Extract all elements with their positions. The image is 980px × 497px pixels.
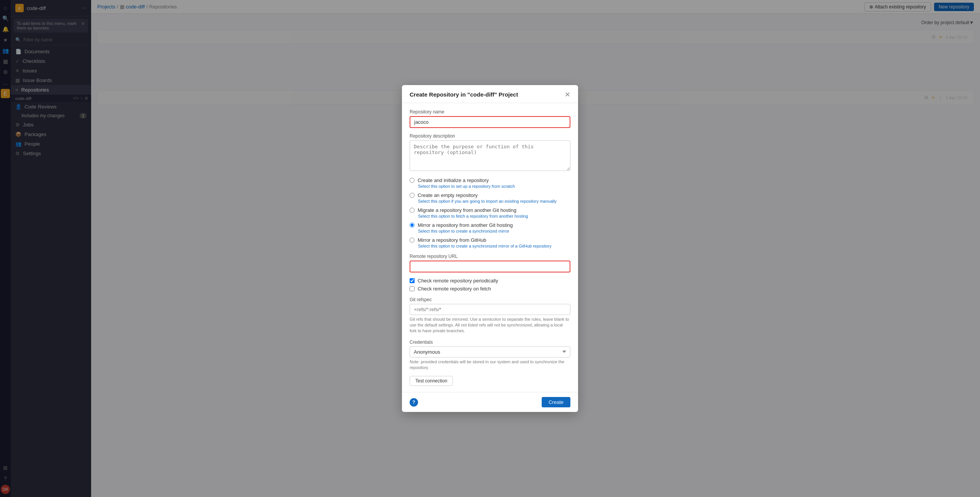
radio-init-desc: Select this option to set up a repositor… [410,184,570,189]
test-connection-button[interactable]: Test connection [410,376,453,386]
modal-header: Create Repository in "code-diff" Project… [402,85,578,103]
radio-label-migrate[interactable]: Migrate a repository from another Git ho… [410,207,570,213]
modal-body: Repository name Repository description C… [402,103,578,392]
git-refspec-group: Git refspec Git refs that should be mirr… [410,297,570,334]
repo-desc-label: Repository description [410,133,570,139]
git-refspec-hint: Git refs that should be mirrored. Use a … [410,317,570,334]
radio-label-init[interactable]: Create and initialize a repository [410,177,570,183]
modal-title: Create Repository in "code-diff" Project [410,91,518,98]
check-periodic-input[interactable] [410,278,415,283]
modal-close-button[interactable]: ✕ [565,91,570,98]
radio-mirror-text: Mirror a repository from another Git hos… [418,222,513,228]
repo-name-input[interactable] [410,116,570,128]
radio-item-empty: Create an empty repository Select this o… [410,192,570,203]
radio-item-init: Create and initialize a repository Selec… [410,177,570,189]
git-refspec-input[interactable] [410,304,570,315]
radio-item-migrate: Migrate a repository from another Git ho… [410,207,570,218]
radio-empty-text: Create an empty repository [418,192,478,198]
check-periodic-label[interactable]: Check remote repository periodically [410,278,570,284]
repo-desc-input[interactable] [410,140,570,171]
radio-github-text: Mirror a repository from GitHub [418,237,486,243]
radio-migrate-text: Migrate a repository from another Git ho… [418,207,516,213]
repo-desc-group: Repository description [410,133,570,172]
radio-empty[interactable] [410,193,415,198]
check-periodic-text: Check remote repository periodically [418,278,498,284]
modal-footer: ? Create [402,392,578,412]
remote-url-label: Remote repository URL [410,254,570,259]
radio-github[interactable] [410,238,415,243]
credentials-group: Credentials Anonymous Note: provided cre… [410,340,570,371]
radio-mirror-desc: Select this option to create a synchroni… [410,229,570,233]
radio-label-github[interactable]: Mirror a repository from GitHub [410,237,570,243]
repo-name-label: Repository name [410,109,570,115]
remote-url-input[interactable] [410,261,570,272]
check-fetch-input[interactable] [410,286,415,291]
radio-label-empty[interactable]: Create an empty repository [410,192,570,198]
radio-label-mirror[interactable]: Mirror a repository from another Git hos… [410,222,570,228]
radio-migrate[interactable] [410,208,415,213]
check-fetch-label[interactable]: Check remote repository on fetch [410,286,570,292]
radio-item-mirror: Mirror a repository from another Git hos… [410,222,570,233]
help-button[interactable]: ? [410,398,418,407]
check-fetch-text: Check remote repository on fetch [418,286,491,292]
credentials-select[interactable]: Anonymous [410,346,570,358]
repo-type-radio-group: Create and initialize a repository Selec… [410,177,570,248]
radio-mirror[interactable] [410,223,415,228]
modal-overlay: Create Repository in "code-diff" Project… [0,0,980,497]
checkbox-group: Check remote repository periodically Che… [410,278,570,292]
radio-init-text: Create and initialize a repository [418,177,489,183]
radio-empty-desc: Select this option if you are going to i… [410,199,570,203]
radio-item-github: Mirror a repository from GitHub Select t… [410,237,570,248]
create-button[interactable]: Create [542,397,570,407]
radio-migrate-desc: Select this option to fetch a repository… [410,214,570,218]
repo-name-group: Repository name [410,109,570,128]
radio-github-desc: Select this option to create a synchroni… [410,244,570,248]
test-connection-area: Test connection [410,376,570,386]
credentials-note: Note: provided credentials will be store… [410,359,570,371]
credentials-label: Credentials [410,340,570,345]
radio-init[interactable] [410,178,415,183]
create-repository-modal: Create Repository in "code-diff" Project… [402,85,578,412]
remote-url-group: Remote repository URL [410,254,570,272]
git-refspec-label: Git refspec [410,297,570,302]
